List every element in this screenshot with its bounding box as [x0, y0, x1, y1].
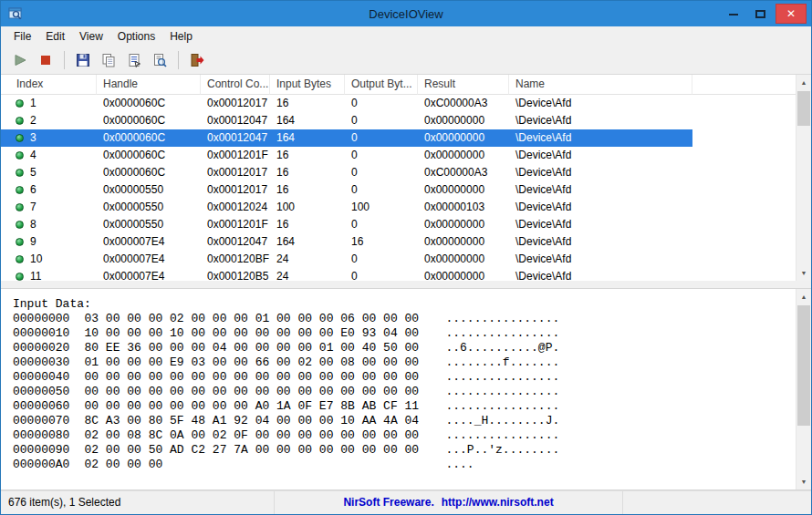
- table-row[interactable]: 60x000005500x000120171600x00000000\Devic…: [1, 181, 692, 199]
- table-row[interactable]: 20x0000060C0x0001204716400x00000000\Devi…: [1, 112, 692, 129]
- hex-bytes: 00 00 00 00 00 00 00 00 00 00 00 00 00 0…: [84, 385, 445, 399]
- minimize-button[interactable]: [721, 4, 745, 24]
- cell-handle: 0x0000060C: [97, 112, 201, 129]
- cell-handle: 0x000007E4: [97, 268, 201, 281]
- column-header-control-code[interactable]: Control Co...: [201, 75, 270, 95]
- table-row[interactable]: 100x000007E40x000120BF2400x00000000\Devi…: [1, 251, 692, 268]
- cell-input-bytes: 100: [270, 199, 345, 216]
- cell-handle: 0x000007E4: [97, 251, 201, 268]
- scrollbar-thumb[interactable]: [797, 91, 810, 126]
- stop-icon: [37, 52, 54, 68]
- column-header-filler: [692, 75, 796, 95]
- properties-button[interactable]: [122, 48, 146, 72]
- scroll-down-icon[interactable]: ▼: [796, 474, 811, 489]
- cell-result: 0x00000000: [418, 147, 509, 164]
- hex-ascii: ...P..'z........: [445, 443, 559, 457]
- table-row[interactable]: 10x0000060C0x000120171600xC00000A3\Devic…: [1, 95, 692, 112]
- cell-handle: 0x000007E4: [97, 233, 201, 251]
- cell-handle: 0x00000550: [97, 199, 201, 216]
- copy-icon: [100, 52, 117, 68]
- status-icon: [16, 273, 24, 281]
- list-scrollbar[interactable]: ▲ ▼: [796, 75, 811, 281]
- cell-index-value: 2: [30, 112, 36, 129]
- hex-offset: 00000020: [13, 341, 69, 355]
- cell-output-bytes: 0: [345, 251, 418, 268]
- hex-ascii: ........f.......: [445, 355, 559, 369]
- maximize-button[interactable]: [748, 4, 773, 24]
- hex-bytes: 02 00 08 8C 0A 00 02 0F 00 00 00 00 00 0…: [84, 428, 445, 443]
- toolbar-separator: [64, 51, 65, 69]
- hex-scrollbar[interactable]: ▲ ▼: [796, 289, 811, 489]
- scroll-up-icon[interactable]: ▲: [796, 75, 811, 90]
- column-header-input-bytes[interactable]: Input Bytes: [270, 75, 345, 95]
- cell-index: 11: [1, 268, 97, 281]
- scroll-down-icon[interactable]: ▼: [796, 265, 811, 281]
- hex-bytes: 02 00 00 00: [84, 458, 445, 472]
- hex-ascii: ................: [445, 385, 559, 398]
- nirsoft-link[interactable]: http://www.nirsoft.net: [442, 496, 554, 509]
- cell-output-bytes: 16: [345, 233, 418, 251]
- menu-file[interactable]: File: [6, 27, 38, 46]
- menu-edit[interactable]: Edit: [38, 27, 72, 46]
- hex-bytes: 80 EE 36 00 00 00 04 00 00 00 00 01 00 4…: [84, 341, 445, 355]
- hex-viewer-pane: Input Data: 0000000003 00 00 00 02 00 00…: [1, 288, 811, 490]
- table-row[interactable]: 70x000005500x000120241001000x00000103\De…: [1, 199, 692, 216]
- column-header-handle[interactable]: Handle: [97, 75, 201, 95]
- table-row[interactable]: 40x0000060C0x0001201F1600x00000000\Devic…: [1, 147, 692, 164]
- menu-options[interactable]: Options: [110, 27, 162, 46]
- title-bar[interactable]: DeviceIOView ✕: [1, 1, 811, 26]
- close-button[interactable]: ✕: [776, 4, 807, 24]
- scrollbar-thumb[interactable]: [797, 305, 810, 426]
- cell-input-bytes: 16: [270, 181, 345, 199]
- caption-buttons: ✕: [721, 4, 807, 24]
- device-io-list: Index Handle Control Co... Input Bytes O…: [1, 74, 811, 281]
- table-row[interactable]: 50x0000060C0x000120171600xC00000A3\Devic…: [1, 164, 692, 181]
- cell-input-bytes: 16: [270, 147, 345, 164]
- hex-ascii: ..6..........@P.: [445, 341, 559, 355]
- cell-index: 2: [1, 112, 97, 129]
- hex-offset: 00000000: [13, 312, 69, 325]
- column-header-output-bytes[interactable]: Output Byt...: [345, 75, 418, 95]
- hex-line: 0000002080 EE 36 00 00 00 04 00 00 00 00…: [13, 341, 811, 355]
- status-icon: [16, 117, 24, 125]
- cell-result: 0x00000000: [418, 268, 509, 281]
- cell-name: \Device\Afd: [509, 95, 692, 112]
- hex-line: 0000003001 00 00 00 E9 03 00 00 66 00 02…: [13, 355, 811, 370]
- cell-control-code: 0x000120B5: [201, 268, 270, 281]
- status-bar: 676 item(s), 1 Selected NirSoft Freeware…: [1, 490, 811, 514]
- column-header-index[interactable]: Index: [1, 75, 97, 95]
- table-row[interactable]: 90x000007E40x00012047164160x00000000\Dev…: [1, 233, 692, 251]
- start-capture-button[interactable]: [8, 48, 32, 72]
- column-header-result[interactable]: Result: [418, 75, 509, 95]
- cell-handle: 0x0000060C: [97, 129, 201, 147]
- hex-line: 0000000003 00 00 00 02 00 00 00 01 00 00…: [13, 312, 811, 326]
- exit-button[interactable]: [185, 48, 209, 72]
- table-row-selected[interactable]: 30x0000060C0x0001204716400x00000000\Devi…: [1, 129, 692, 147]
- stop-capture-button[interactable]: [34, 48, 57, 72]
- column-header-name[interactable]: Name: [509, 75, 692, 95]
- status-icon: [16, 221, 24, 229]
- save-button[interactable]: [71, 48, 95, 72]
- hex-line: 000000A002 00 00 00....: [13, 458, 811, 472]
- cell-name: \Device\Afd: [509, 181, 692, 199]
- window-title: DeviceIOView: [1, 7, 811, 21]
- menu-help[interactable]: Help: [162, 27, 200, 46]
- cell-output-bytes: 0: [345, 216, 418, 233]
- cell-input-bytes: 24: [270, 251, 345, 268]
- cell-input-bytes: 16: [270, 95, 345, 112]
- table-row[interactable]: 80x000005500x0001201F1600x00000000\Devic…: [1, 216, 692, 233]
- find-button[interactable]: [148, 48, 172, 72]
- copy-button[interactable]: [97, 48, 120, 72]
- cell-output-bytes: 0: [345, 95, 418, 112]
- scroll-up-icon[interactable]: ▲: [796, 289, 811, 304]
- table-row[interactable]: 110x000007E40x000120B52400x00000000\Devi…: [1, 268, 692, 281]
- cell-index: 6: [1, 181, 97, 199]
- menu-bar: File Edit View Options Help: [1, 26, 811, 46]
- hex-line: 0000009002 00 00 50 AD C2 27 7A 00 00 00…: [13, 443, 811, 458]
- pane-splitter[interactable]: [1, 281, 811, 288]
- cell-result: 0xC00000A3: [418, 95, 509, 112]
- hex-bytes: 01 00 00 00 E9 03 00 00 66 00 02 00 08 0…: [84, 355, 445, 370]
- menu-view[interactable]: View: [72, 27, 110, 46]
- properties-icon: [126, 52, 142, 68]
- hex-line: 0000004000 00 00 00 00 00 00 00 00 00 00…: [13, 370, 811, 385]
